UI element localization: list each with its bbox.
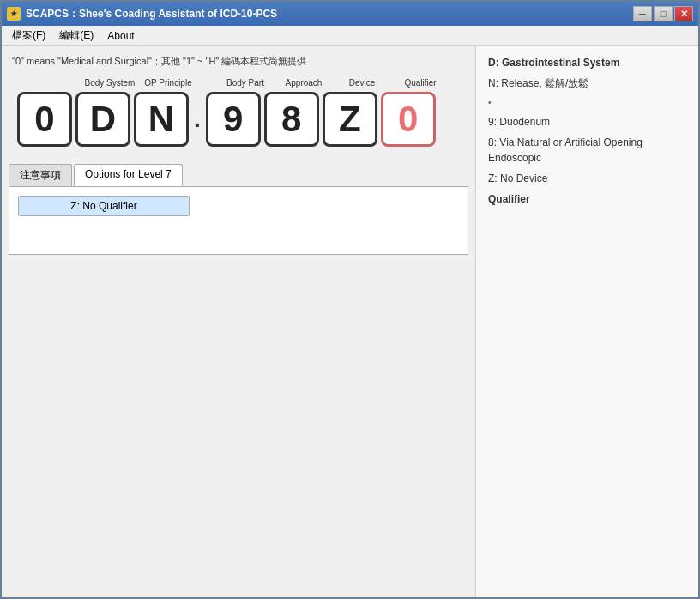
menu-edit[interactable]: 編輯(E) <box>52 27 100 45</box>
label-qualifier: Qualifier <box>404 78 436 88</box>
code-box-body-part[interactable]: 9 <box>206 92 261 147</box>
tabs-header: 注意事項 Options for Level 7 <box>9 164 468 186</box>
title-bar-left: ★ SCAPCS：Shee's Coading Assistant of ICD… <box>7 7 277 21</box>
label-body-part: Body Part <box>226 78 264 88</box>
menu-bar: 檔案(F) 編輯(E) About <box>2 26 698 46</box>
window-frame: ★ SCAPCS：Shee's Coading Assistant of ICD… <box>0 0 700 599</box>
right-line-3: 9: Duodenum <box>488 114 686 130</box>
tab-options[interactable]: Options for Level 7 <box>74 164 183 186</box>
info-text: "0" means "Medical and Surgical"；其他 "1" … <box>9 53 468 70</box>
code-boxes-row: 0 D N . 9 8 Z <box>17 92 436 147</box>
code-box-section[interactable]: 0 <box>17 92 72 147</box>
code-box-device[interactable]: Z <box>323 92 377 147</box>
label-device: Device <box>349 78 376 88</box>
title-bar: ★ SCAPCS：Shee's Coading Assistant of ICD… <box>2 2 698 26</box>
code-area: Body System OP Principle Body Part Appro… <box>9 76 468 147</box>
code-box-approach[interactable]: 8 <box>264 92 319 147</box>
label-op-principle: OP Principle <box>144 78 191 88</box>
right-line-4: 8: Via Natural or Artificial Opening End… <box>488 135 686 166</box>
maximize-button[interactable]: □ <box>654 6 673 21</box>
app-icon: ★ <box>7 7 21 21</box>
title-bar-buttons: ─ □ ✕ <box>633 6 693 21</box>
tab-notes[interactable]: 注意事項 <box>9 164 72 186</box>
left-panel: "0" means "Medical and Surgical"；其他 "1" … <box>2 46 475 597</box>
code-separator: . <box>194 106 201 133</box>
menu-about[interactable]: About <box>100 28 141 44</box>
right-line-2: N: Release, 鬆解/放鬆 <box>488 76 686 91</box>
window-title: SCAPCS：Shee's Coading Assistant of ICD-1… <box>26 7 277 21</box>
right-line-6: Qualifier <box>488 191 686 207</box>
right-panel: D: Gastrointestinal System N: Release, 鬆… <box>475 46 698 597</box>
code-box-qualifier[interactable]: 0 <box>381 92 436 147</box>
main-content: "0" means "Medical and Surgical"；其他 "1" … <box>2 46 698 597</box>
menu-file[interactable]: 檔案(F) <box>5 27 52 45</box>
code-box-op-principle[interactable]: N <box>134 92 189 147</box>
right-line-2b: • <box>488 96 686 109</box>
label-body-system: Body System <box>85 78 136 88</box>
close-button[interactable]: ✕ <box>674 6 693 21</box>
minimize-button[interactable]: ─ <box>633 6 652 21</box>
tab-content: Z: No Qualifier <box>9 186 468 255</box>
label-approach: Approach <box>286 78 323 88</box>
right-line-5: Z: No Device <box>488 171 686 186</box>
option-item-0[interactable]: Z: No Qualifier <box>18 196 190 216</box>
code-box-body-system[interactable]: D <box>75 92 130 147</box>
right-line-1: D: Gastrointestinal System <box>488 55 686 70</box>
tabs-container: 注意事項 Options for Level 7 Z: No Qualifier <box>9 164 468 255</box>
